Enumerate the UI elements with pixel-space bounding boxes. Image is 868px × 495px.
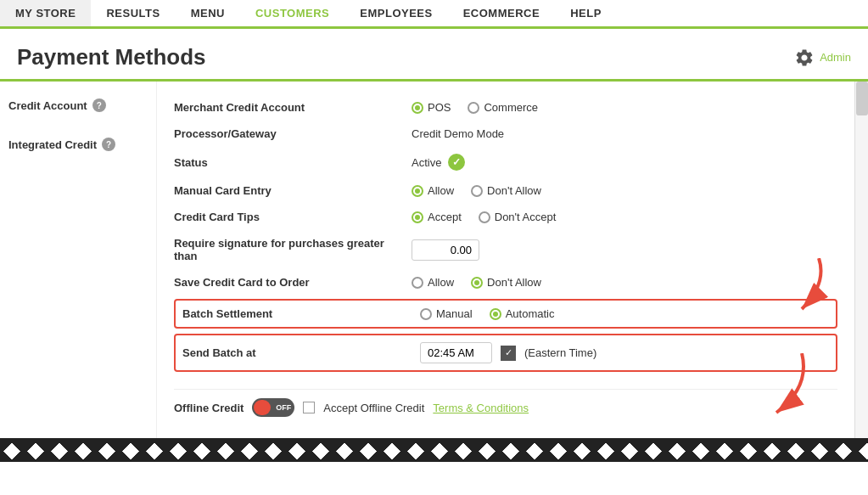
accept-label: Accept — [428, 211, 462, 223]
dont-allow-label: Don't Allow — [487, 184, 541, 197]
manual-radio[interactable] — [420, 308, 432, 320]
require-sig-label: Require signature for purchases greater … — [174, 237, 395, 262]
credit-card-tips-label: Credit Card Tips — [174, 211, 395, 223]
dont-accept-radio[interactable] — [479, 211, 490, 223]
credit-card-tips-row: Credit Card Tips Accept Don't Accept — [174, 204, 837, 230]
merchant-credit-row: Merchant Credit Account POS Commerce — [174, 94, 837, 121]
status-active: Active ✓ — [412, 154, 465, 171]
nav-ecommerce[interactable]: ECOMMERCE — [448, 0, 555, 26]
eastern-time-label: (Eastern Time) — [524, 346, 596, 359]
processor-value: Credit Demo Mode — [412, 127, 504, 140]
admin-area[interactable]: Admin — [794, 48, 851, 68]
offline-toggle[interactable] — [252, 398, 294, 417]
sidebar-item-integrated-credit: Integrated Credit ? — [8, 138, 148, 151]
credit-account-label: Credit Account — [8, 99, 87, 112]
automatic-label: Automatic — [506, 307, 555, 320]
nav-customers[interactable]: CUSTOMERS — [240, 0, 344, 26]
send-batch-highlighted-row: Send Batch at ✓ (Eastern Time) — [174, 334, 837, 372]
integrated-credit-help-icon[interactable]: ? — [102, 138, 115, 151]
status-value: Active — [412, 156, 441, 169]
manual-card-entry-label: Manual Card Entry — [174, 184, 395, 197]
manual-card-entry-controls: Allow Don't Allow — [412, 184, 541, 197]
zigzag-decoration — [0, 438, 868, 462]
pos-radio[interactable] — [412, 102, 423, 114]
top-navigation: MY STORE RESULTS MENU CUSTOMERS EMPLOYEE… — [0, 0, 868, 29]
scrollbar-track[interactable] — [854, 82, 868, 438]
page-header: Payment Methods Admin — [0, 29, 868, 82]
send-batch-label: Send Batch at — [182, 346, 403, 359]
pos-option[interactable]: POS — [412, 101, 451, 114]
save-allow-radio[interactable] — [412, 277, 423, 289]
sidebar: Credit Account ? Integrated Credit ? — [0, 82, 157, 438]
page-title: Payment Methods — [17, 44, 206, 70]
batch-settlement-row: Batch Settlement Manual Automatic — [182, 306, 829, 322]
save-credit-card-controls: Allow Don't Allow — [412, 276, 541, 289]
admin-label: Admin — [820, 51, 851, 64]
manual-label: Manual — [436, 307, 473, 320]
commerce-radio[interactable] — [468, 102, 479, 114]
require-sig-controls — [412, 239, 479, 261]
allow-label: Allow — [428, 184, 454, 197]
nav-menu[interactable]: MENU — [176, 0, 240, 26]
merchant-credit-label: Merchant Credit Account — [174, 101, 395, 114]
status-controls: Active ✓ — [412, 154, 465, 171]
allow-radio[interactable] — [412, 185, 423, 197]
status-label: Status — [174, 156, 395, 169]
sig-value-input[interactable] — [412, 239, 479, 261]
sidebar-item-credit-account: Credit Account ? — [8, 98, 148, 112]
credit-card-tips-controls: Accept Don't Accept — [412, 211, 556, 223]
save-allow-option[interactable]: Allow — [412, 276, 454, 289]
processor-controls: Credit Demo Mode — [412, 127, 504, 140]
credit-account-help-icon[interactable]: ? — [92, 98, 106, 112]
time-input[interactable] — [420, 342, 492, 363]
automatic-radio[interactable] — [490, 308, 501, 320]
dont-allow-option[interactable]: Don't Allow — [471, 184, 541, 197]
commerce-option[interactable]: Commerce — [468, 101, 538, 114]
require-sig-row: Require signature for purchases greater … — [174, 230, 837, 269]
send-batch-row: Send Batch at ✓ (Eastern Time) — [182, 340, 829, 365]
save-credit-card-label: Save Credit Card to Order — [174, 276, 395, 289]
offline-checkbox[interactable] — [303, 402, 315, 413]
processor-label: Processor/Gateway — [174, 127, 395, 140]
commerce-label: Commerce — [484, 101, 538, 114]
pos-label: POS — [428, 101, 451, 114]
manual-card-entry-row: Manual Card Entry Allow Don't Allow — [174, 177, 837, 204]
accept-option[interactable]: Accept — [412, 211, 462, 223]
active-check-icon: ✓ — [448, 154, 465, 171]
time-checkbox[interactable]: ✓ — [501, 346, 516, 361]
manual-option[interactable]: Manual — [420, 307, 473, 320]
save-credit-card-row: Save Credit Card to Order Allow Don't Al… — [174, 269, 837, 295]
allow-option[interactable]: Allow — [412, 184, 454, 197]
dont-accept-option[interactable]: Don't Accept — [479, 211, 557, 223]
nav-employees[interactable]: EMPLOYEES — [344, 0, 447, 26]
batch-settlement-label: Batch Settlement — [182, 307, 403, 320]
integrated-credit-label: Integrated Credit — [8, 138, 97, 151]
status-row: Status Active ✓ — [174, 147, 837, 177]
terms-conditions-link[interactable]: Terms & Conditions — [433, 402, 529, 414]
send-batch-controls: ✓ (Eastern Time) — [420, 342, 596, 363]
content-area: Merchant Credit Account POS Commerce Pro… — [157, 82, 854, 438]
gear-icon — [794, 48, 815, 68]
nav-help[interactable]: HELP — [555, 0, 617, 26]
toggle-knob — [254, 400, 271, 415]
accept-radio[interactable] — [412, 211, 423, 223]
batch-settlement-controls: Manual Automatic — [420, 307, 554, 320]
save-dont-allow-option[interactable]: Don't Allow — [471, 276, 541, 289]
processor-row: Processor/Gateway Credit Demo Mode — [174, 121, 837, 147]
batch-settlement-highlighted-row: Batch Settlement Manual Automatic — [174, 299, 837, 329]
automatic-option[interactable]: Automatic — [490, 307, 555, 320]
dont-accept-label: Don't Accept — [495, 211, 557, 223]
offline-credit-label: Offline Credit — [174, 402, 244, 414]
save-allow-label: Allow — [428, 276, 454, 289]
accept-offline-text: Accept Offline Credit — [323, 402, 424, 414]
main-content: Credit Account ? Integrated Credit ? Mer… — [0, 82, 868, 438]
merchant-credit-controls: POS Commerce — [412, 101, 538, 114]
scrollbar-thumb[interactable] — [856, 82, 868, 115]
offline-credit-section: Offline Credit Accept Offline Credit Ter… — [174, 389, 837, 425]
dont-allow-radio[interactable] — [471, 185, 483, 197]
nav-my-store[interactable]: MY STORE — [0, 0, 91, 26]
save-dont-allow-label: Don't Allow — [487, 276, 541, 289]
nav-results[interactable]: RESULTS — [91, 0, 175, 26]
save-dont-allow-radio[interactable] — [471, 277, 483, 289]
